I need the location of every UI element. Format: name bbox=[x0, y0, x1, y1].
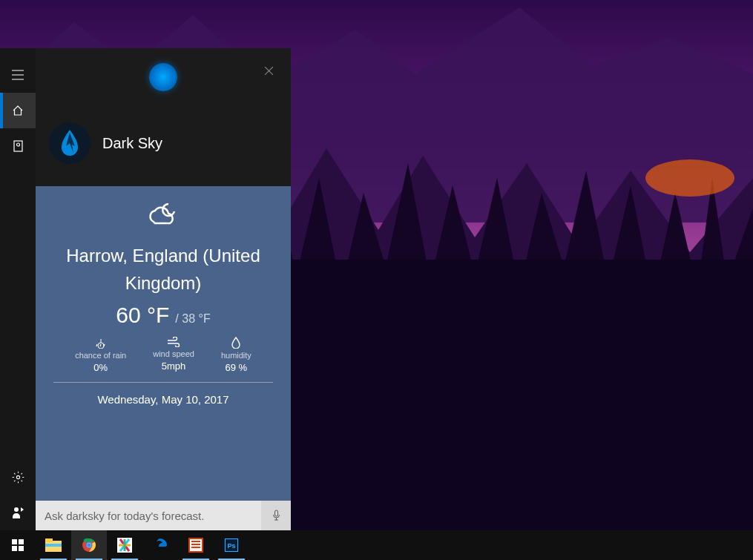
dark-sky-app-icon bbox=[49, 122, 91, 164]
svg-point-6 bbox=[14, 507, 19, 512]
svg-rect-10 bbox=[12, 546, 17, 551]
rain-label: chance of rain bbox=[75, 351, 126, 360]
svg-point-5 bbox=[16, 475, 19, 478]
wind-label: wind speed bbox=[153, 349, 194, 358]
taskbar-onenote[interactable] bbox=[178, 530, 214, 560]
taskbar: Ps bbox=[0, 530, 753, 560]
temp-low: / 38 °F bbox=[175, 312, 210, 326]
svg-rect-13 bbox=[45, 538, 53, 542]
weather-location: Harrow, England (United Kingdom) bbox=[36, 242, 291, 297]
svg-point-18 bbox=[87, 543, 91, 547]
svg-rect-11 bbox=[19, 546, 24, 551]
notebook-icon[interactable] bbox=[0, 128, 36, 164]
weather-metrics: chance of rain 0% wind speed 5mph humidi… bbox=[75, 337, 251, 373]
partly-cloudy-night-icon bbox=[146, 200, 180, 231]
taskbar-slack[interactable] bbox=[107, 530, 142, 560]
search-input[interactable] bbox=[45, 510, 282, 522]
taskbar-edge[interactable] bbox=[142, 530, 178, 560]
search-bar[interactable] bbox=[36, 501, 291, 530]
taskbar-file-explorer[interactable] bbox=[36, 530, 71, 560]
svg-point-4 bbox=[17, 143, 20, 146]
svg-rect-9 bbox=[19, 539, 24, 544]
humidity-label: humidity bbox=[221, 351, 251, 360]
svg-rect-14 bbox=[45, 544, 62, 547]
taskbar-photoshop[interactable]: Ps bbox=[214, 530, 249, 560]
app-title: Dark Sky bbox=[102, 135, 162, 152]
cortana-main: Dark Sky Harrow, England (United Kingdom… bbox=[36, 48, 291, 530]
home-icon[interactable] bbox=[0, 93, 36, 128]
settings-icon[interactable] bbox=[0, 459, 36, 495]
temp-high: 60 °F bbox=[116, 303, 169, 328]
weather-card: Harrow, England (United Kingdom) 60 °F /… bbox=[36, 186, 291, 501]
svg-rect-8 bbox=[12, 539, 17, 544]
svg-rect-22 bbox=[191, 541, 200, 542]
humidity-value: 69 % bbox=[226, 362, 248, 373]
cortana-rail bbox=[0, 48, 36, 530]
taskbar-chrome[interactable] bbox=[71, 530, 107, 560]
feedback-icon[interactable] bbox=[0, 495, 36, 530]
start-button[interactable] bbox=[0, 530, 36, 560]
cortana-ring-icon bbox=[149, 63, 177, 91]
svg-rect-24 bbox=[191, 547, 200, 548]
svg-rect-7 bbox=[274, 510, 277, 516]
cortana-header: Dark Sky bbox=[36, 48, 291, 186]
hamburger-icon[interactable] bbox=[0, 57, 36, 93]
svg-point-1 bbox=[645, 159, 734, 197]
wind-value: 5mph bbox=[162, 360, 186, 372]
divider bbox=[53, 382, 273, 383]
weather-temps: 60 °F / 38 °F bbox=[116, 303, 210, 328]
svg-text:Ps: Ps bbox=[227, 542, 235, 550]
close-icon[interactable] bbox=[257, 59, 280, 82]
weather-date: Wednesday, May 10, 2017 bbox=[97, 393, 228, 406]
cortana-panel: Dark Sky Harrow, England (United Kingdom… bbox=[0, 48, 291, 530]
svg-rect-23 bbox=[191, 544, 200, 545]
microphone-icon[interactable] bbox=[261, 501, 291, 530]
rain-value: 0% bbox=[93, 362, 108, 373]
